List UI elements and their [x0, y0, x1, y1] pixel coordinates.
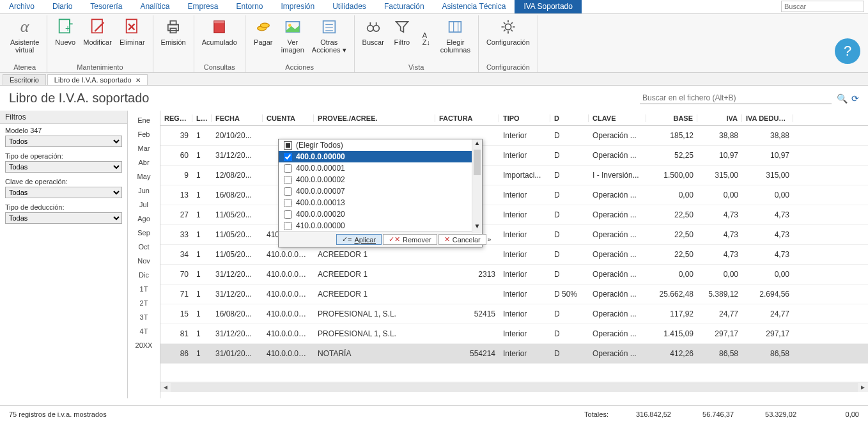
col-header-regist[interactable]: REGIST... — [160, 114, 192, 122]
scroll-left-icon[interactable]: ◄ — [160, 384, 171, 391]
aplicar-button[interactable]: ✓=Aplicar — [336, 234, 382, 245]
table-row[interactable]: 9112/08/20...Importaci...DI - Inversión.… — [160, 166, 868, 185]
scroll-up-icon[interactable]: ▲ — [472, 139, 482, 150]
month-2t[interactable]: 2T — [128, 296, 160, 310]
menu-entorno[interactable]: Entorno — [227, 0, 272, 13]
month-20xx[interactable]: 20XX — [128, 338, 160, 352]
table-row[interactable]: 34111/05/20...410.0.0.00001ACREEDOR 1Int… — [160, 245, 868, 265]
month-jun[interactable]: Jun — [128, 184, 160, 198]
col-header-base[interactable]: BASE — [646, 114, 697, 122]
menu-diario[interactable]: Diario — [43, 0, 81, 13]
menu-analitica[interactable]: Analítica — [131, 0, 178, 13]
asistente-virtual-button[interactable]: α Asistente virtual — [6, 15, 43, 62]
popup-scrollbar[interactable]: ▲ ▼ — [472, 139, 482, 233]
more-icon[interactable]: » — [488, 236, 492, 243]
close-icon[interactable]: ✕ — [136, 77, 141, 84]
col-header-clave[interactable]: CLAVE — [589, 114, 646, 122]
filter-tipo-deduccion-select[interactable]: Todas — [5, 212, 122, 224]
col-header-tipo[interactable]: TIPO — [499, 114, 550, 122]
checkbox-indeterminate-icon[interactable] — [284, 141, 292, 150]
checkbox[interactable] — [284, 176, 292, 184]
menu-facturacion[interactable]: Facturación — [375, 0, 433, 13]
scroll-right-icon[interactable]: ► — [858, 384, 868, 391]
scroll-track[interactable] — [171, 383, 858, 392]
scroll-thumb[interactable] — [472, 150, 482, 223]
filter-select-all[interactable]: (Elegir Todos) — [279, 139, 482, 151]
month-sep[interactable]: Sep — [128, 226, 160, 240]
filter-option[interactable]: 400.0.0.00020 — [279, 208, 482, 220]
col-header-lib[interactable]: LIB. — [192, 114, 212, 122]
pagar-button[interactable]: Pagar — [249, 15, 277, 62]
grid-body[interactable]: 39120/10/20...InteriorDOperación ...185,… — [160, 126, 868, 382]
checkbox[interactable] — [284, 210, 292, 219]
filter-option[interactable]: 400.0.0.00000 — [279, 151, 482, 162]
month-oct[interactable]: Oct — [128, 240, 160, 254]
filter-option[interactable]: 400.0.0.00013 — [279, 197, 482, 208]
otras-acciones-button[interactable]: Otras Acciones ▾ — [308, 15, 350, 62]
table-row[interactable]: 33111/05/20...410.0.0.00001ACREEDOR 1Int… — [160, 225, 868, 245]
filter-option[interactable]: 400.0.0.00001 — [279, 162, 482, 174]
menu-tesoreria[interactable]: Tesorería — [81, 0, 131, 13]
month-jul[interactable]: Jul — [128, 198, 160, 212]
menu-archivo[interactable]: Archivo — [0, 0, 43, 13]
buscar-button[interactable]: Buscar — [359, 15, 388, 62]
scroll-down-icon[interactable]: ▼ — [472, 223, 482, 233]
checkbox[interactable] — [284, 199, 292, 207]
acumulado-button[interactable]: Acumulado — [198, 15, 241, 62]
col-header-d[interactable]: D — [550, 114, 589, 122]
col-header-factura[interactable]: FACTURA — [435, 114, 499, 122]
month-abr[interactable]: Abr — [128, 155, 160, 169]
checkbox[interactable] — [284, 164, 292, 173]
global-search-input[interactable] — [781, 1, 864, 12]
file-search-input[interactable] — [640, 92, 832, 104]
menu-impresion[interactable]: Impresión — [272, 0, 323, 13]
col-header-ivaded[interactable]: IVA DEDUCI... — [742, 114, 793, 122]
month-may[interactable]: May — [128, 169, 160, 184]
filter-option[interactable]: 400.0.0.00002 — [279, 174, 482, 185]
table-row[interactable]: 27111/05/20...InteriorDOperación ...22,5… — [160, 205, 868, 225]
table-row[interactable]: 86131/01/20...410.0.0.00003NOTARÍA554214… — [160, 344, 868, 364]
checkbox[interactable] — [284, 187, 292, 196]
table-row[interactable]: 13116/08/20...InteriorDOperación ...0,00… — [160, 185, 868, 205]
filter-option[interactable]: 400.0.0.00007 — [279, 185, 482, 197]
nuevo-button[interactable]: + Nuevo — [51, 15, 79, 62]
table-row[interactable]: 60131/12/20...InteriorDOperación ...52,2… — [160, 146, 868, 166]
filter-modelo347-select[interactable]: Todos — [5, 136, 122, 147]
modificar-button[interactable]: Modificar — [79, 15, 116, 62]
checkbox[interactable] — [284, 153, 292, 161]
month-ago[interactable]: Ago — [128, 212, 160, 226]
month-mar[interactable]: Mar — [128, 141, 160, 155]
ver-imagen-button[interactable]: Ver imagen — [277, 15, 308, 62]
sort-button[interactable]: AZ↓ — [416, 31, 437, 47]
menu-empresa[interactable]: Empresa — [178, 0, 227, 13]
refresh-icon[interactable]: ⟳ — [851, 93, 859, 104]
tab-escritorio[interactable]: Escritorio — [3, 74, 46, 85]
month-dic[interactable]: Dic — [128, 268, 160, 282]
tab-libro-iva[interactable]: Libro de I.V.A. soportado ✕ — [47, 74, 148, 85]
col-header-fecha[interactable]: FECHA — [212, 114, 263, 122]
emision-button[interactable]: Emisión — [157, 15, 190, 62]
col-header-iva[interactable]: IVA — [697, 114, 742, 122]
cancelar-button[interactable]: ✕Cancelar — [438, 234, 486, 245]
menu-utilidades[interactable]: Utilidades — [323, 0, 375, 13]
configuracion-button[interactable]: Configuración — [483, 15, 534, 62]
filter-option[interactable]: 410.0.0.00000 — [279, 220, 482, 231]
col-header-cuenta[interactable]: CUENTA — [263, 114, 314, 122]
month-1t[interactable]: 1T — [128, 282, 160, 296]
month-ene[interactable]: Ene — [128, 113, 160, 127]
remover-button[interactable]: ✓✕Remover — [383, 234, 437, 245]
eliminar-button[interactable]: Eliminar — [116, 15, 149, 62]
help-icon[interactable]: ? — [835, 38, 860, 64]
table-row[interactable]: 70131/12/20...410.0.0.00001ACREEDOR 1231… — [160, 265, 868, 285]
filter-tipo-operacion-select[interactable]: Todas — [5, 161, 122, 173]
col-header-provee[interactable]: PROVEE./ACREE. — [314, 114, 435, 122]
menu-iva-soportado[interactable]: IVA Soportado — [515, 0, 582, 13]
table-row[interactable]: 81131/12/20...410.0.0.00001PROFESIONAL 1… — [160, 324, 868, 344]
filter-clave-operacion-select[interactable]: Todas — [5, 187, 122, 198]
month-feb[interactable]: Feb — [128, 127, 160, 141]
filtro-button[interactable]: Filtro — [388, 15, 416, 62]
table-row[interactable]: 15116/08/20...410.0.0.00001PROFESIONAL 1… — [160, 304, 868, 324]
month-4t[interactable]: 4T — [128, 324, 160, 338]
elegir-columnas-button[interactable]: Elegir columnas — [437, 15, 474, 62]
table-row[interactable]: 71131/12/20...410.0.0.00001ACREEDOR 1Int… — [160, 285, 868, 304]
